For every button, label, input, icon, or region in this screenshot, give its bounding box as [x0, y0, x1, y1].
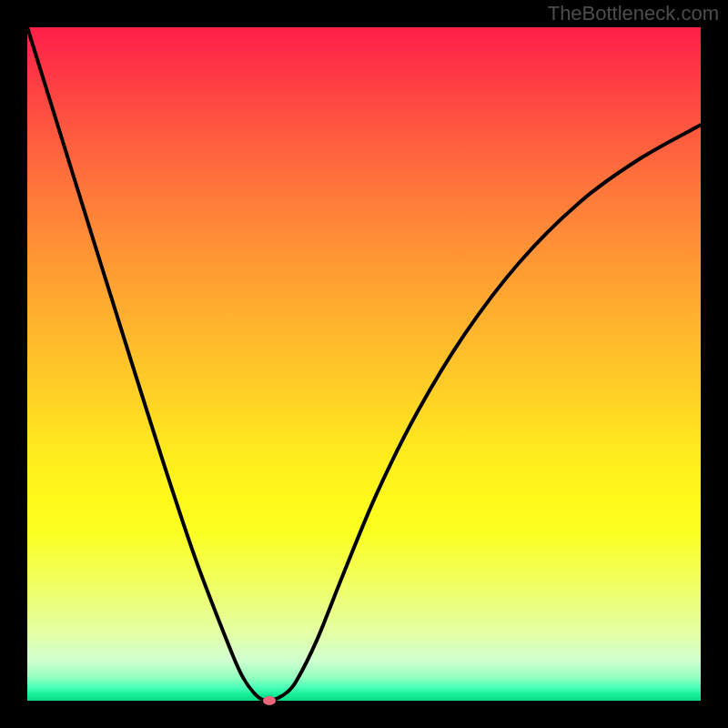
chart-curve-svg	[27, 27, 701, 701]
chart-plot-area	[27, 27, 701, 701]
watermark-text: TheBottleneck.com	[548, 2, 719, 25]
chart-marker-dot	[263, 696, 276, 705]
chart-curve	[27, 27, 701, 701]
